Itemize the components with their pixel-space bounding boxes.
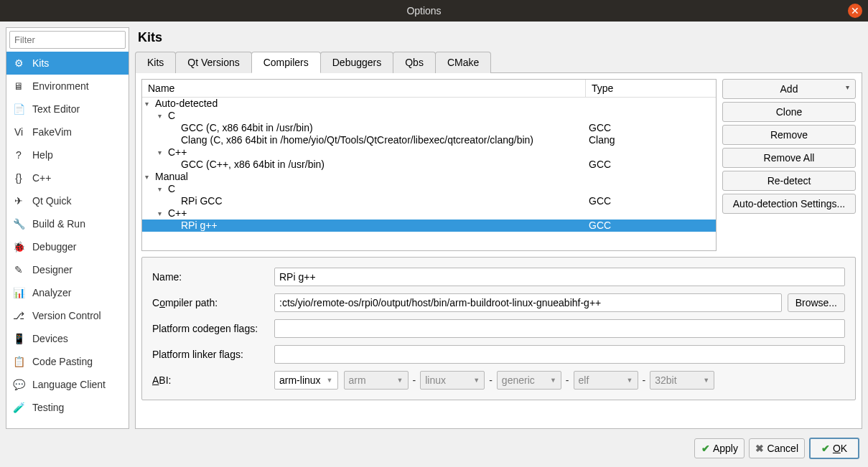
tree-arrow-icon: ▾ — [158, 146, 168, 159]
tree-header: Name Type — [142, 80, 716, 98]
sidebar-item-build-run[interactable]: 🔧Build & Run — [6, 212, 129, 235]
compiler-path-input[interactable] — [274, 293, 782, 312]
tree-row[interactable]: ▾C++ — [142, 207, 716, 220]
tree-cell-name: RPi g++ — [142, 220, 586, 232]
tab-cmake[interactable]: CMake — [435, 52, 491, 73]
abi-part-value: arm — [349, 374, 366, 386]
tree-row[interactable]: GCC (C++, x86 64bit in /usr/bin)GCC — [142, 159, 716, 171]
clone-button[interactable]: Clone — [722, 102, 856, 122]
sidebar-item-debugger[interactable]: 🐞Debugger — [6, 235, 129, 258]
abi-part-combo[interactable]: arm▼ — [344, 371, 409, 390]
close-icon: ✕ — [851, 5, 859, 16]
sidebar-item-fakevim[interactable]: ViFakeVim — [6, 121, 129, 143]
abi-part-combo[interactable]: generic▼ — [497, 371, 561, 390]
chevron-down-icon: ▼ — [703, 377, 709, 384]
tab-qt-versions[interactable]: Qt Versions — [175, 52, 251, 73]
tree-node-label: Clang (C, x86 64bit in /home/yio/Qt/Tool… — [181, 134, 533, 146]
chevron-down-icon: ▼ — [550, 377, 556, 384]
sidebar-item-testing[interactable]: 🧪Testing — [6, 396, 129, 419]
remove-button[interactable]: Remove — [722, 125, 856, 145]
abi-label: ABI: — [152, 374, 269, 386]
sidebar-item-label: Code Pasting — [32, 356, 93, 367]
window-title: Options — [0, 5, 848, 16]
tree-node-label: C++ — [168, 207, 187, 220]
sidebar: ⚙Kits🖥Environment📄Text EditorViFakeVim?H… — [6, 27, 129, 429]
chevron-down-icon: ▼ — [627, 377, 633, 384]
apply-button[interactable]: ✔Apply — [694, 438, 745, 458]
abi-parts: arm▼-linux▼-generic▼-elf▼-32bit▼ — [344, 371, 715, 390]
abi-part-value: 32bit — [655, 374, 676, 386]
content-area: ⚙Kits🖥Environment📄Text EditorViFakeVim?H… — [0, 22, 868, 435]
tree-cell-type: GCC — [586, 220, 614, 232]
tree-row[interactable]: ▾C — [142, 183, 716, 195]
tree-node-label: RPi g++ — [181, 220, 218, 232]
sidebar-icon: ? — [12, 148, 25, 161]
tree-node-label: Manual — [155, 171, 188, 183]
ok-button[interactable]: ✔OK — [809, 438, 859, 459]
tree-cell-type — [586, 146, 592, 159]
tree-cell-type: Clang — [586, 134, 618, 146]
autodetect-settings-button[interactable]: Auto-detection Settings... — [722, 194, 856, 214]
tab-qbs[interactable]: Qbs — [393, 52, 436, 73]
add-button[interactable]: Add — [722, 79, 856, 99]
tree-cell-type — [586, 207, 592, 220]
sidebar-item-version-control[interactable]: ⎇Version Control — [6, 304, 129, 327]
tab-kits[interactable]: Kits — [135, 52, 176, 73]
tree-cell-type: GCC — [586, 195, 614, 207]
compiler-tree-panel: Name Type ▾Auto-detected▾CGCC (C, x86 64… — [141, 79, 856, 251]
tab-debuggers[interactable]: Debuggers — [320, 52, 394, 73]
name-input[interactable] — [274, 268, 845, 286]
sidebar-item-analyzer[interactable]: 📊Analyzer — [6, 281, 129, 304]
codegen-flags-input[interactable] — [274, 319, 845, 338]
close-button[interactable]: ✕ — [848, 4, 862, 18]
tree-row[interactable]: ▾Auto-detected — [142, 98, 716, 110]
tree-cell-name: GCC (C, x86 64bit in /usr/bin) — [142, 122, 586, 134]
abi-part-combo[interactable]: linux▼ — [420, 371, 485, 390]
abi-main-combo[interactable]: arm-linux▼ — [274, 371, 338, 390]
sidebar-item-kits[interactable]: ⚙Kits — [6, 52, 129, 75]
tree-cell-type — [586, 183, 592, 195]
sidebar-icon: ⚙ — [12, 57, 25, 70]
sidebar-item-qt-quick[interactable]: ✈Qt Quick — [6, 189, 129, 212]
name-label: Name: — [152, 271, 269, 283]
remove-all-button[interactable]: Remove All — [722, 148, 856, 168]
redetect-button[interactable]: Re-detect — [722, 171, 856, 191]
compiler-tree[interactable]: Name Type ▾Auto-detected▾CGCC (C, x86 64… — [141, 79, 717, 251]
filter-input[interactable] — [9, 31, 126, 49]
tree-row[interactable]: RPi g++GCC — [142, 220, 716, 232]
sidebar-item-label: Debugger — [32, 241, 77, 253]
tree-row[interactable]: Clang (C, x86 64bit in /home/yio/Qt/Tool… — [142, 134, 716, 146]
tree-body: ▾Auto-detected▾CGCC (C, x86 64bit in /us… — [142, 98, 716, 232]
abi-part-combo[interactable]: elf▼ — [574, 371, 638, 390]
tree-row[interactable]: ▾Manual — [142, 171, 716, 183]
sidebar-item-environment[interactable]: 🖥Environment — [6, 75, 129, 98]
abi-part-value: linux — [425, 374, 446, 386]
sidebar-item-designer[interactable]: ✎Designer — [6, 258, 129, 281]
sidebar-icon: 🧪 — [12, 401, 25, 414]
tree-row[interactable]: RPi GCCGCC — [142, 195, 716, 207]
sidebar-item-c-[interactable]: {}C++ — [6, 166, 129, 189]
sidebar-item-help[interactable]: ?Help — [6, 143, 129, 166]
tree-arrow-icon: ▾ — [158, 183, 168, 195]
linker-flags-input[interactable] — [274, 345, 845, 364]
tree-row[interactable]: ▾C — [142, 110, 716, 122]
abi-part-combo[interactable]: 32bit▼ — [650, 371, 714, 390]
sidebar-icon: 📄 — [12, 103, 25, 115]
chevron-down-icon: ▼ — [397, 377, 403, 384]
abi-dash: - — [489, 374, 493, 386]
tree-row[interactable]: GCC (C, x86 64bit in /usr/bin)GCC — [142, 122, 716, 134]
sidebar-item-label: Analyzer — [32, 287, 71, 298]
sidebar-item-devices[interactable]: 📱Devices — [6, 327, 129, 350]
tree-header-type[interactable]: Type — [586, 80, 619, 97]
tree-header-name[interactable]: Name — [142, 80, 586, 97]
tree-node-label: RPi GCC — [181, 195, 223, 207]
tab-compilers[interactable]: Compilers — [251, 52, 321, 73]
browse-button[interactable]: Browse... — [788, 293, 845, 312]
sidebar-item-code-pasting[interactable]: 📋Code Pasting — [6, 350, 129, 373]
tree-node-label: GCC (C++, x86 64bit in /usr/bin) — [181, 159, 325, 171]
cancel-button[interactable]: ✖Cancel — [749, 438, 805, 458]
tree-row[interactable]: ▾C++ — [142, 146, 716, 159]
sidebar-item-text-editor[interactable]: 📄Text Editor — [6, 98, 129, 121]
sidebar-icon: 💬 — [12, 378, 25, 391]
sidebar-item-language-client[interactable]: 💬Language Client — [6, 373, 129, 396]
